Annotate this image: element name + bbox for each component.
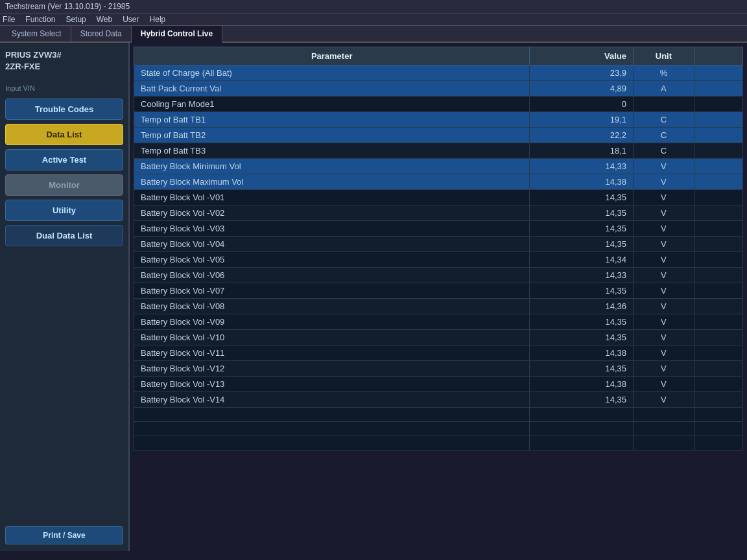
menu-web[interactable]: Web	[97, 15, 112, 24]
tab-bar: System Select Stored Data Hybrid Control…	[0, 26, 747, 43]
table-row-empty	[134, 436, 743, 450]
cell-extra	[694, 361, 742, 377]
cell-extra	[694, 190, 742, 205]
cell-parameter: Battery Block Vol -V09	[134, 314, 530, 330]
table-row: Battery Block Vol -V0314,35V	[134, 221, 743, 237]
cell-extra	[694, 283, 742, 299]
cell-unit: %	[633, 65, 694, 81]
cell-extra	[694, 128, 742, 143]
cell-unit: V	[633, 361, 694, 377]
cell-extra	[694, 205, 742, 221]
table-row: Battery Block Vol -V1214,35V	[134, 361, 743, 377]
cell-parameter: Battery Block Maximum Vol	[134, 174, 530, 190]
menu-file[interactable]: File	[3, 15, 15, 24]
cell-parameter: Battery Block Vol -V04	[134, 237, 530, 252]
cell-parameter: Temp of Batt TB1	[134, 112, 530, 128]
utility-button[interactable]: Utility	[5, 200, 123, 221]
cell-value: 14,36	[530, 299, 634, 314]
tab-stored-data[interactable]: Stored Data	[71, 26, 132, 41]
print-save-button[interactable]: Print / Save	[5, 526, 123, 544]
header-parameter: Parameter	[134, 47, 530, 65]
data-table: Parameter Value Unit State of Charge (Al…	[134, 47, 743, 450]
cell-parameter: Battery Block Vol -V01	[134, 190, 530, 205]
cell-parameter: Battery Block Vol -V03	[134, 221, 530, 237]
cell-parameter: Batt Pack Current Val	[134, 81, 530, 97]
table-row: Battery Block Vol -V0414,35V	[134, 237, 743, 252]
cell-empty	[633, 408, 694, 422]
cell-unit: A	[633, 81, 694, 97]
cell-empty	[530, 436, 634, 450]
car-info: PRIUS ZVW3# 2ZR-FXE	[5, 49, 123, 73]
cell-value: 0	[530, 97, 634, 112]
cell-unit: V	[633, 283, 694, 299]
cell-extra	[694, 252, 742, 268]
table-row: Battery Block Maximum Vol14,38V	[134, 174, 743, 190]
input-vin-label: Input VIN	[5, 84, 123, 92]
data-list-button[interactable]: Data List	[5, 124, 123, 145]
cell-unit: V	[633, 392, 694, 408]
monitor-button[interactable]: Monitor	[5, 174, 123, 196]
cell-parameter: Battery Block Vol -V11	[134, 345, 530, 361]
cell-extra	[694, 221, 742, 237]
content-area: Parameter Value Unit State of Charge (Al…	[130, 43, 747, 551]
trouble-codes-button[interactable]: Trouble Codes	[5, 99, 123, 120]
table-row: Battery Block Vol -V0814,36V	[134, 299, 743, 314]
table-row: State of Charge (All Bat)23,9%	[134, 65, 743, 81]
table-row: Cooling Fan Mode10	[134, 97, 743, 112]
cell-parameter: Battery Block Vol -V14	[134, 392, 530, 408]
title-text: Techstream (Ver 13.10.019) - 21985	[5, 2, 130, 11]
table-row: Battery Block Vol -V0614,33V	[134, 268, 743, 283]
cell-parameter: Battery Block Vol -V05	[134, 252, 530, 268]
table-row: Battery Block Vol -V1014,35V	[134, 330, 743, 345]
table-row: Battery Block Vol -V0914,35V	[134, 314, 743, 330]
tab-hybrid-control-live[interactable]: Hybrid Control Live	[132, 26, 222, 43]
cell-extra	[694, 299, 742, 314]
cell-extra	[694, 159, 742, 174]
table-row-empty	[134, 408, 743, 422]
car-model: PRIUS ZVW3#	[5, 49, 123, 61]
cell-value: 14,35	[530, 361, 634, 377]
cell-extra	[694, 81, 742, 97]
cell-empty	[134, 408, 530, 422]
cell-unit: V	[633, 330, 694, 345]
table-row: Temp of Batt TB119,1C	[134, 112, 743, 128]
menu-user[interactable]: User	[123, 15, 139, 24]
cell-unit: V	[633, 174, 694, 190]
car-engine: 2ZR-FXE	[5, 61, 123, 73]
menu-function[interactable]: Function	[25, 15, 55, 24]
table-row: Temp of Batt TB222,2C	[134, 128, 743, 143]
dual-data-list-button[interactable]: Dual Data List	[5, 225, 123, 246]
cell-extra	[694, 65, 742, 81]
table-row: Temp of Batt TB318,1C	[134, 143, 743, 159]
cell-value: 14,35	[530, 190, 634, 205]
cell-value: 23,9	[530, 65, 634, 81]
cell-value: 14,38	[530, 174, 634, 190]
cell-extra	[694, 112, 742, 128]
table-row: Battery Block Minimum Vol14,33V	[134, 159, 743, 174]
cell-unit: C	[633, 143, 694, 159]
table-body: State of Charge (All Bat)23,9%Batt Pack …	[134, 65, 743, 450]
cell-extra	[694, 330, 742, 345]
cell-extra	[694, 345, 742, 361]
table-row: Battery Block Vol -V0714,35V	[134, 283, 743, 299]
cell-value: 14,38	[530, 377, 634, 392]
cell-parameter: Cooling Fan Mode1	[134, 97, 530, 112]
cell-value: 14,38	[530, 345, 634, 361]
cell-parameter: Battery Block Minimum Vol	[134, 159, 530, 174]
tab-system-select[interactable]: System Select	[3, 26, 71, 41]
cell-unit: V	[633, 159, 694, 174]
table-row: Batt Pack Current Val4,89A	[134, 81, 743, 97]
main-layout: PRIUS ZVW3# 2ZR-FXE Input VIN Trouble Co…	[0, 43, 747, 551]
cell-unit: V	[633, 205, 694, 221]
menu-setup[interactable]: Setup	[65, 15, 86, 24]
cell-parameter: Battery Block Vol -V10	[134, 330, 530, 345]
menu-help[interactable]: Help	[150, 15, 166, 24]
active-test-button[interactable]: Active Test	[5, 149, 123, 170]
cell-empty	[633, 436, 694, 450]
table-row: Battery Block Vol -V1314,38V	[134, 377, 743, 392]
cell-unit: V	[633, 221, 694, 237]
table-row: Battery Block Vol -V0114,35V	[134, 190, 743, 205]
cell-parameter: Battery Block Vol -V12	[134, 361, 530, 377]
header-value: Value	[530, 47, 634, 65]
cell-extra	[694, 392, 742, 408]
